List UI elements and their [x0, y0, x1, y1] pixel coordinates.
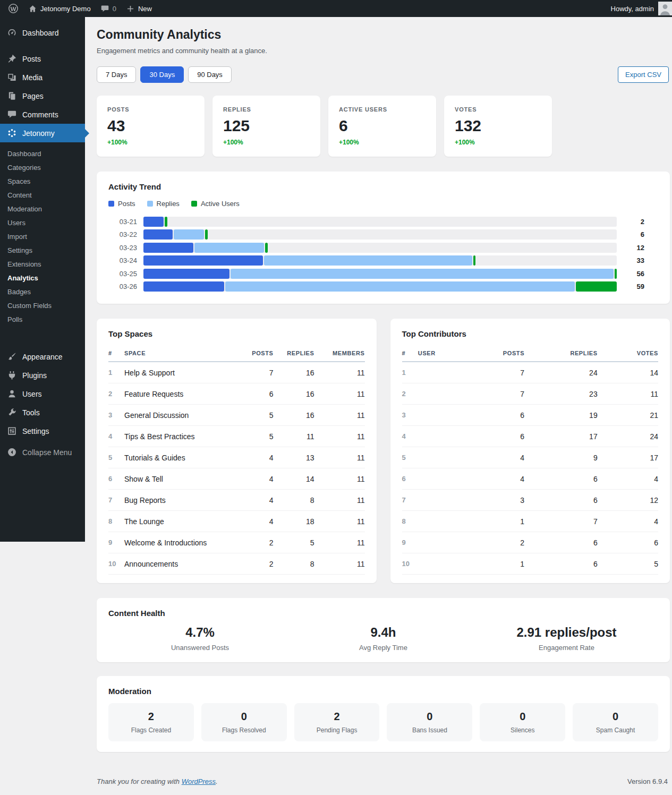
- posts-cell: 4: [231, 447, 274, 468]
- replies-cell: 7: [524, 511, 598, 532]
- trend-segment-posts: [143, 229, 173, 240]
- column-header-members: MEMBERS: [314, 345, 365, 362]
- wordpress-logo-icon[interactable]: [3, 0, 23, 17]
- sidebar-item-users[interactable]: Users: [0, 384, 85, 403]
- footer-thanks-prefix: Thank you for creating with: [97, 777, 182, 785]
- moderation-title: Moderation: [108, 687, 658, 696]
- wordpress-link[interactable]: WordPress: [182, 777, 216, 785]
- filter-30-days-button[interactable]: 30 Days: [140, 66, 184, 83]
- submenu-item-users[interactable]: Users: [0, 216, 85, 229]
- submenu-item-moderation[interactable]: Moderation: [0, 202, 85, 216]
- rank-cell: 1: [108, 362, 124, 383]
- posts-cell: 4: [231, 468, 274, 490]
- submenu-item-categories[interactable]: Categories: [0, 160, 85, 174]
- sidebar-item-pages[interactable]: Pages: [0, 87, 85, 105]
- submenu-item-dashboard[interactable]: Dashboard: [0, 147, 85, 160]
- column-header-posts: POSTS: [231, 345, 274, 362]
- sidebar-item-settings[interactable]: Settings: [0, 422, 85, 440]
- trend-row-03-22: 03-226: [108, 228, 658, 242]
- votes-cell: 17: [598, 447, 658, 468]
- sidebar-item-dashboard[interactable]: Dashboard: [0, 23, 85, 42]
- moderation-label: Flags Resolved: [205, 726, 284, 734]
- table-row: 461724: [402, 426, 659, 447]
- moderation-label: Pending Flags: [297, 726, 377, 734]
- media-icon: [7, 72, 17, 82]
- avatar[interactable]: [658, 2, 672, 15]
- replies-cell: 6: [524, 490, 598, 511]
- moderation-label: Spam Caught: [576, 726, 655, 734]
- column-header-: #: [402, 345, 418, 362]
- submenu-item-content[interactable]: Content: [0, 188, 85, 202]
- submenu-item-polls[interactable]: Polls: [0, 312, 85, 326]
- table-row: 8174: [402, 511, 659, 532]
- top-spaces-table: #SPACEPOSTSREPLIESMEMBERS1Help & Support…: [108, 345, 365, 575]
- filter-7-days-button[interactable]: 7 Days: [97, 66, 136, 83]
- column-header-: #: [108, 345, 124, 362]
- rank-cell: 5: [108, 447, 124, 468]
- table-row: 7Bug Reports4811: [108, 490, 365, 511]
- settings-icon: [7, 426, 17, 436]
- export-csv-button[interactable]: Export CSV: [618, 66, 669, 83]
- posts-cell: 4: [231, 490, 274, 511]
- posts-swatch-icon: [108, 201, 114, 207]
- sidebar-item-plugins[interactable]: Plugins: [0, 366, 85, 384]
- collapse-menu-button[interactable]: Collapse Menu: [0, 442, 85, 462]
- comment-bubble-icon: [100, 4, 109, 13]
- comments-shortcut[interactable]: 0: [96, 0, 121, 17]
- sidebar-item-media[interactable]: Media: [0, 68, 85, 87]
- replies-cell: 13: [274, 447, 314, 468]
- rank-cell: 2: [108, 383, 124, 405]
- top-contributors-card: Top Contributors #USERPOSTSREPLIESVOTES1…: [390, 319, 670, 583]
- howdy-text[interactable]: Howdy, admin: [611, 5, 654, 13]
- admin-sidebar: DashboardPostsMediaPagesCommentsJetonomy…: [0, 17, 85, 794]
- table-row: 73612: [402, 490, 659, 511]
- sidebar-item-comments[interactable]: Comments: [0, 105, 85, 124]
- submenu-item-settings[interactable]: Settings: [0, 243, 85, 257]
- votes-cell: 5: [598, 553, 658, 575]
- table-row: 54917: [402, 447, 659, 468]
- menu-label: Dashboard: [22, 29, 59, 37]
- trend-segment-replies: [264, 255, 472, 266]
- trend-row-03-21: 03-212: [108, 215, 658, 228]
- submenu-item-spaces[interactable]: Spaces: [0, 174, 85, 188]
- table-row: 272311: [402, 383, 659, 405]
- table-row: 6464: [402, 468, 659, 490]
- submenu-item-badges[interactable]: Badges: [0, 285, 85, 298]
- name-cell: [418, 511, 450, 532]
- votes-cell: 14: [598, 362, 658, 383]
- users-icon: [7, 389, 17, 399]
- members-cell: 11: [314, 362, 365, 383]
- dashboard-icon: [7, 28, 17, 38]
- rank-cell: 8: [402, 511, 418, 532]
- trend-segment-posts: [143, 269, 229, 279]
- sidebar-item-jetonomy[interactable]: Jetonomy: [0, 124, 85, 142]
- trend-segment-posts: [143, 255, 263, 266]
- name-cell: [418, 532, 450, 553]
- submenu-item-custom-fields[interactable]: Custom Fields: [0, 298, 85, 312]
- moderation-tiles: 2Flags Created0Flags Resolved2Pending Fl…: [108, 703, 658, 741]
- votes-cell: 24: [598, 426, 658, 447]
- site-name-link[interactable]: Jetonomy Demo: [23, 0, 96, 17]
- trend-date-label: 03-24: [108, 257, 137, 264]
- submenu-item-analytics[interactable]: Analytics: [0, 271, 85, 285]
- comments-icon: [7, 109, 17, 119]
- submenu-item-extensions[interactable]: Extensions: [0, 257, 85, 271]
- filter-90-days-button[interactable]: 90 Days: [188, 66, 232, 83]
- sidebar-item-posts[interactable]: Posts: [0, 49, 85, 68]
- sidebar-item-tools[interactable]: Tools: [0, 403, 85, 422]
- stat-delta: +100%: [339, 139, 426, 146]
- table-row: 9Welcome & Introductions2511: [108, 532, 365, 553]
- table-row: 8The Lounge41811: [108, 511, 365, 532]
- trend-track: [143, 243, 617, 253]
- name-cell: [418, 405, 450, 426]
- moderation-value: 2: [297, 711, 377, 723]
- trend-total-value: 12: [623, 244, 644, 252]
- menu-label: Users: [22, 390, 42, 398]
- sidebar-item-appearance[interactable]: Appearance: [0, 347, 85, 366]
- posts-cell: 4: [231, 511, 274, 532]
- stat-label: REPLIES: [223, 106, 310, 113]
- admin-footer: Thank you for creating with WordPress. V…: [97, 777, 670, 794]
- health-metric-unanswered-posts: 4.7%Unanswered Posts: [108, 625, 292, 652]
- submenu-item-import[interactable]: Import: [0, 229, 85, 243]
- new-button[interactable]: New: [121, 0, 157, 17]
